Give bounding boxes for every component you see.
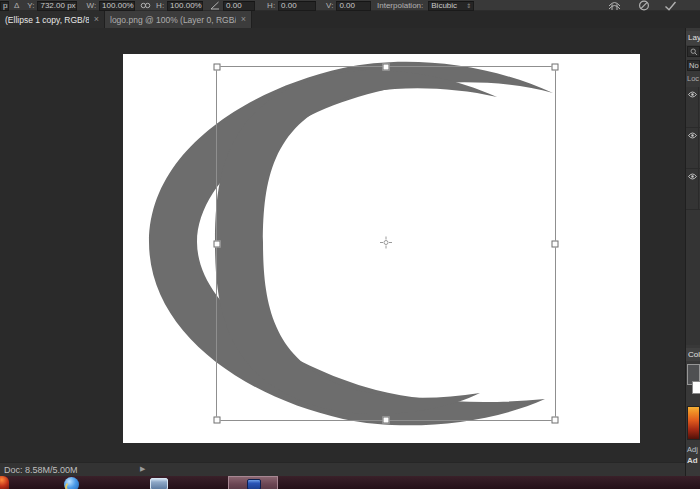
commit-transform-icon[interactable] <box>664 1 677 11</box>
blend-mode-dropdown[interactable]: No <box>687 60 700 71</box>
tab-title: logo.png @ 100% (Layer 0, RGB/8) <box>110 15 236 25</box>
layer-list-empty-area <box>686 265 700 345</box>
active-taskbar-button[interactable] <box>228 476 278 489</box>
x-field-fragment[interactable]: px <box>0 1 9 11</box>
h-skew-label: H: <box>267 1 275 11</box>
w-label: W: <box>86 1 96 11</box>
layer-filter-field[interactable] <box>687 46 700 57</box>
transform-handle-top-middle[interactable] <box>383 64 390 71</box>
search-icon <box>690 48 698 56</box>
warp-toggle-icon[interactable] <box>608 1 621 11</box>
transform-handle-bottom-middle[interactable] <box>383 417 390 424</box>
document-size-info: Doc: 8.58M/5.00M <box>4 465 78 475</box>
interpolation-dropdown[interactable]: Bicubic⇕ <box>428 1 474 11</box>
windows-taskbar <box>0 476 700 489</box>
interpolation-label: Interpolation: <box>377 1 423 11</box>
background-color-swatch[interactable] <box>692 381 700 394</box>
w-input[interactable]: 100.00% <box>99 1 135 11</box>
transform-handle-bottom-right[interactable] <box>552 417 559 424</box>
transform-bounding-box <box>216 66 556 421</box>
add-adjustment-label: Ad <box>687 456 698 465</box>
y-label: Y: <box>27 1 34 11</box>
h-skew-input[interactable]: 0.00 <box>278 1 316 11</box>
lock-label: Loc <box>686 74 700 83</box>
transform-handle-top-left[interactable] <box>214 64 221 71</box>
eye-icon <box>688 91 697 98</box>
layer-row[interactable] <box>686 87 700 128</box>
relative-positioning-icon[interactable]: Δ <box>14 1 19 10</box>
link-icon[interactable] <box>140 1 151 10</box>
layer-visibility-toggle[interactable] <box>686 87 699 128</box>
h-input[interactable]: 100.00% <box>167 1 203 11</box>
angle-input[interactable]: 0.00 <box>223 1 255 11</box>
eye-icon <box>688 132 697 139</box>
v-skew-label: V: <box>326 1 333 11</box>
transform-handle-top-right[interactable] <box>552 64 559 71</box>
status-bar: Doc: 8.58M/5.00M ▶ <box>0 462 685 476</box>
start-button-fragment[interactable] <box>0 476 9 489</box>
tab-ellipse-document[interactable]: (Ellipse 1 copy, RGB/8) * × <box>0 11 105 28</box>
right-panel-dock: Lay No Loc Col Adj Ad <box>685 28 700 476</box>
transform-options-bar: px Δ Y: 732.00 px W: 100.00% H: 100.00% … <box>0 0 700 11</box>
transform-reference-point-icon[interactable] <box>380 235 393 253</box>
tab-logo-document[interactable]: logo.png @ 100% (Layer 0, RGB/8) × <box>105 11 252 28</box>
browser-globe-icon[interactable] <box>64 477 79 489</box>
h-label: H: <box>156 1 164 11</box>
transform-handle-bottom-left[interactable] <box>214 417 221 424</box>
layer-visibility-toggle[interactable] <box>686 169 699 210</box>
v-skew-input[interactable]: 0.00 <box>336 1 371 11</box>
window-app-icon[interactable] <box>150 478 168 489</box>
layers-panel-tab[interactable]: Lay <box>686 31 700 45</box>
layer-list <box>686 87 700 265</box>
adjustments-panel-label: Adj <box>687 445 698 454</box>
y-input[interactable]: 732.00 px <box>37 1 77 11</box>
tab-close-icon[interactable]: × <box>241 15 246 24</box>
tab-close-icon[interactable]: × <box>94 15 99 24</box>
color-spectrum-ramp[interactable] <box>687 406 700 440</box>
layer-row[interactable] <box>686 128 700 169</box>
color-panel-tab[interactable]: Col <box>686 348 700 361</box>
layer-row[interactable] <box>686 169 700 210</box>
transform-handle-middle-right[interactable] <box>552 240 559 247</box>
tab-title: (Ellipse 1 copy, RGB/8) * <box>5 15 89 25</box>
transform-handle-middle-left[interactable] <box>214 240 221 247</box>
canvas-pasteboard[interactable] <box>0 28 685 462</box>
layer-visibility-toggle[interactable] <box>686 128 699 169</box>
cancel-transform-icon[interactable] <box>638 0 650 11</box>
document-tab-bar: (Ellipse 1 copy, RGB/8) * × logo.png @ 1… <box>0 11 700 28</box>
angle-icon <box>210 1 220 10</box>
status-popup-arrow-icon[interactable]: ▶ <box>140 465 145 473</box>
photoshop-window-icon <box>247 479 261 489</box>
eye-icon <box>688 173 697 180</box>
